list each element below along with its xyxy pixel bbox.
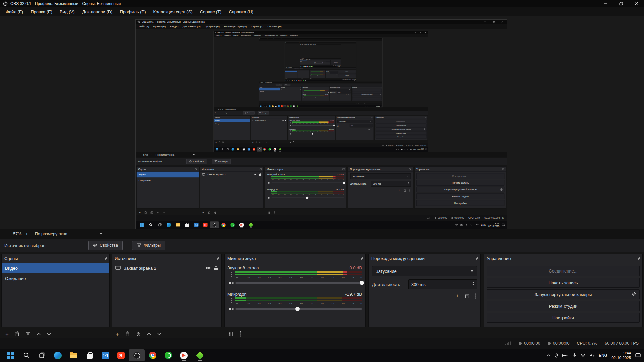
volume-icon[interactable] (350, 81, 351, 81)
settings-button[interactable]: Настройки (416, 200, 504, 206)
preview-canvas[interactable]: OBS 32.0.1 - Профиль: Безымянный - Сцены… (214, 37, 428, 107)
float-dock-icon[interactable] (323, 60, 323, 60)
move-scene-up-button[interactable] (266, 102, 266, 102)
menu-docks[interactable]: Док-панели (D) (78, 7, 116, 16)
tray-chevron-up-icon[interactable] (395, 149, 397, 150)
speaker-icon[interactable] (227, 307, 235, 311)
transition-kebab-icon[interactable] (372, 129, 372, 130)
zoom-fit-dropdown-icon[interactable] (100, 233, 102, 235)
source-item-display-capture[interactable]: Захват экрана 2 (251, 119, 287, 122)
taskbar-obs-active[interactable] (257, 147, 262, 152)
start-virtual-camera-button[interactable]: Запуск виртуальной камеры (376, 127, 427, 131)
zoom-out-button[interactable]: − (138, 153, 142, 156)
scene-item-video[interactable]: Видео (214, 119, 250, 122)
source-item-display-capture[interactable]: Захват экрана 2 (112, 263, 221, 273)
taskbar-mail[interactable] (192, 221, 201, 228)
spinner-arrows[interactable] (408, 182, 409, 184)
close-button[interactable] (423, 31, 428, 34)
menu-help[interactable]: Справка (H) (225, 7, 257, 16)
move-source-up-button[interactable] (263, 142, 264, 143)
notification-center-icon[interactable] (425, 148, 427, 150)
menu-profile[interactable]: Профиль (P) (203, 24, 222, 29)
visibility-eye-icon[interactable] (298, 89, 299, 89)
restore-button[interactable] (489, 20, 498, 24)
preview-canvas[interactable]: OBS 32.0.1 - Профиль: Безымянный - Сцены… (0, 16, 644, 229)
volume-slider[interactable] (271, 198, 344, 198)
zoom-fit-label[interactable]: По размеру окна (156, 153, 174, 156)
float-dock-icon[interactable] (350, 87, 351, 88)
menu-profile[interactable]: Профиль (P) (116, 7, 149, 16)
remove-source-button[interactable] (125, 331, 130, 336)
float-dock-icon[interactable] (285, 117, 286, 118)
location-icon[interactable] (555, 353, 558, 358)
remove-source-button[interactable] (256, 141, 257, 143)
taskbar-obs-active[interactable] (283, 105, 286, 107)
speaker-icon[interactable] (289, 125, 292, 126)
scene-item-video[interactable]: Видео (137, 172, 199, 177)
start-recording-button[interactable]: Начать запись (339, 72, 356, 73)
studio-mode-button[interactable]: Режим студии (339, 75, 356, 76)
transition-select[interactable]: Затухание (337, 120, 372, 123)
duration-spinner[interactable]: 300 ms (330, 72, 338, 73)
notification-center-icon[interactable] (381, 106, 382, 107)
properties-button[interactable]: Свойства (243, 111, 255, 114)
taskbar-clock[interactable]: 9:44 02.10.2025 (376, 105, 380, 107)
channel-kebab-icon[interactable] (267, 191, 271, 196)
notification-center-icon[interactable] (340, 66, 341, 67)
taskbar-store[interactable] (274, 105, 277, 107)
properties-button[interactable]: Свойства (294, 68, 298, 69)
move-source-down-button[interactable] (289, 102, 290, 102)
float-dock-icon[interactable] (300, 87, 301, 88)
add-transition-button[interactable]: + (365, 129, 366, 131)
settings-button[interactable]: Настройки (331, 64, 341, 64)
remove-transition-button[interactable] (348, 94, 348, 95)
wifi-icon[interactable] (349, 81, 350, 81)
zoom-out-button[interactable]: − (215, 108, 217, 110)
start-streaming-button[interactable]: Соединение... (352, 89, 382, 91)
tray-chevron-up-icon[interactable] (345, 81, 346, 81)
taskbar-store[interactable] (182, 221, 192, 228)
microphone-icon[interactable] (369, 106, 369, 107)
move-scene-up-button[interactable] (37, 333, 41, 335)
menu-help[interactable]: Справка (H) (289, 34, 300, 37)
preview-canvas[interactable] (300, 45, 341, 59)
taskbar-clock[interactable]: 9:44 02.10.2025 (488, 222, 499, 227)
scene-filters-button[interactable] (222, 141, 224, 143)
menu-scene-collection[interactable]: Коллекция сцен (S) (222, 24, 249, 29)
virtual-camera-gear-icon[interactable] (632, 292, 637, 297)
start-virtual-camera-button[interactable]: Запуск виртуальной камеры (416, 187, 504, 192)
duration-spinner[interactable]: 300 ms (350, 124, 372, 127)
taskbar-green-app-2[interactable] (246, 221, 255, 228)
volume-icon[interactable] (476, 224, 478, 226)
language-indicator[interactable]: ENG (599, 353, 607, 357)
taskbar-store[interactable] (241, 147, 246, 152)
start-button[interactable] (259, 105, 262, 107)
float-dock-icon[interactable] (425, 117, 427, 118)
channel-kebab-icon[interactable] (289, 121, 292, 124)
volume-slider[interactable] (271, 183, 344, 183)
zoom-in-button[interactable]: + (287, 67, 288, 68)
taskbar-green-app-2[interactable] (296, 105, 299, 107)
remove-transition-button[interactable] (336, 74, 337, 75)
source-properties-gear-icon[interactable] (285, 102, 285, 102)
float-dock-icon[interactable] (502, 168, 504, 170)
language-indicator[interactable]: ENG (338, 66, 339, 67)
preview-canvas[interactable]: OBS 32.0.1 - Профиль: Безымянный - Сцены… (136, 29, 507, 152)
zoom-fit-label[interactable]: По размеру окна (289, 67, 292, 68)
duration-spinner[interactable]: 300 ms (408, 279, 477, 289)
battery-icon[interactable] (460, 224, 463, 226)
start-recording-button[interactable]: Начать запись (487, 278, 640, 288)
float-dock-icon[interactable] (340, 60, 341, 60)
menu-tools[interactable]: Сервис (T) (249, 24, 265, 29)
float-dock-icon[interactable] (330, 60, 330, 60)
taskbar-green-app-2[interactable] (306, 80, 308, 81)
move-scene-up-button[interactable] (157, 212, 159, 213)
channel-kebab-icon[interactable] (267, 176, 271, 181)
battery-icon[interactable] (401, 149, 403, 150)
notification-center-icon[interactable] (502, 223, 505, 226)
taskbar-yandex-browser[interactable] (176, 349, 192, 361)
float-dock-icon[interactable] (409, 168, 411, 170)
close-button[interactable] (629, 0, 644, 7)
menu-tools[interactable]: Сервис (T) (279, 34, 289, 37)
spinner-arrows[interactable] (472, 282, 474, 285)
